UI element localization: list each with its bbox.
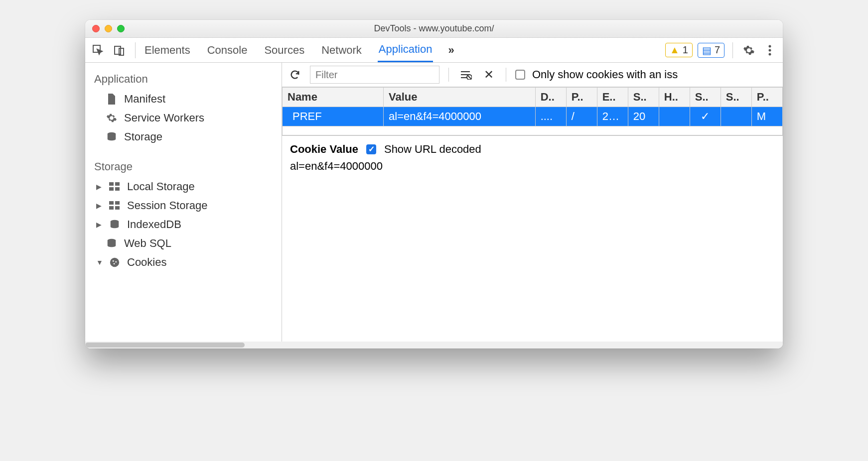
col-size[interactable]: S.. xyxy=(628,88,659,107)
gear-icon xyxy=(105,113,118,123)
warnings-badge[interactable]: ▲ 1 xyxy=(665,43,693,57)
sidebar-section-application: Application xyxy=(85,69,282,90)
cookie-details: Cookie Value Show URL decoded al=en&f4=4… xyxy=(282,136,783,180)
tab-elements[interactable]: Elements xyxy=(144,39,191,62)
close-window-button[interactable] xyxy=(92,25,100,32)
cell-path: / xyxy=(566,107,597,126)
tab-console[interactable]: Console xyxy=(206,39,249,62)
sidebar-item-websql[interactable]: Web SQL xyxy=(85,234,282,253)
chevron-right-icon: ▶ xyxy=(96,221,102,229)
only-issues-checkbox[interactable] xyxy=(515,70,525,80)
sidebar-item-label: Session Storage xyxy=(127,199,207,212)
col-path[interactable]: P.. xyxy=(566,88,597,107)
separator xyxy=(135,42,136,58)
sidebar-item-label: Web SQL xyxy=(124,237,171,250)
messages-badge[interactable]: ▤ 7 xyxy=(698,43,724,58)
svg-rect-9 xyxy=(109,187,114,191)
message-icon: ▤ xyxy=(702,44,712,56)
window-title: DevTools - www.youtube.com/ xyxy=(374,23,494,34)
filter-input[interactable] xyxy=(310,66,439,84)
more-tabs-button[interactable]: » xyxy=(448,44,454,57)
traffic-lights xyxy=(92,25,125,32)
scrollbar-thumb[interactable] xyxy=(85,343,245,347)
cell-priority: M xyxy=(751,107,782,126)
cell-size: 20 xyxy=(628,107,659,126)
more-options-icon[interactable] xyxy=(762,42,778,58)
cell-name: PREF xyxy=(283,107,384,126)
svg-rect-8 xyxy=(115,182,120,186)
only-issues-label: Only show cookies with an iss xyxy=(532,68,678,81)
sidebar-item-label: Manifest xyxy=(124,93,165,106)
minimize-window-button[interactable] xyxy=(105,25,112,32)
delete-button[interactable]: ✕ xyxy=(481,67,497,83)
url-decode-checkbox[interactable] xyxy=(366,144,376,154)
sidebar-item-cookies[interactable]: ▼ Cookies xyxy=(85,253,282,272)
panel-tabs: Elements Console Sources Network Applica… xyxy=(144,38,660,62)
fullscreen-window-button[interactable] xyxy=(117,25,125,32)
database-icon xyxy=(105,131,118,142)
svg-point-4 xyxy=(769,49,771,51)
warning-icon: ▲ xyxy=(670,44,680,56)
separator xyxy=(732,42,733,58)
titlebar: DevTools - www.youtube.com/ xyxy=(85,20,783,38)
clear-all-button[interactable] xyxy=(458,67,474,83)
table-icon xyxy=(108,182,121,191)
svg-rect-13 xyxy=(109,206,114,210)
cookie-toolbar: ✕ Only show cookies with an iss xyxy=(282,63,783,87)
sidebar-section-storage: Storage xyxy=(85,156,282,177)
col-secure[interactable]: S.. xyxy=(690,88,721,107)
table-icon xyxy=(108,201,121,210)
svg-rect-7 xyxy=(109,182,114,186)
col-httponly[interactable]: H.. xyxy=(659,88,690,107)
devtools-window: DevTools - www.youtube.com/ Elements Con… xyxy=(85,20,783,348)
sidebar-item-service-workers[interactable]: Service Workers xyxy=(85,109,282,127)
cell-domain: .... xyxy=(535,107,566,126)
cell-secure: ✓ xyxy=(690,107,721,126)
col-domain[interactable]: D.. xyxy=(535,88,566,107)
main-toolbar: Elements Console Sources Network Applica… xyxy=(85,38,783,63)
horizontal-scrollbar[interactable] xyxy=(85,342,783,348)
database-icon xyxy=(105,238,118,249)
chevron-down-icon: ▼ xyxy=(96,258,102,266)
database-icon xyxy=(108,219,121,230)
col-samesite[interactable]: S.. xyxy=(721,88,751,107)
tab-application[interactable]: Application xyxy=(378,38,434,62)
svg-point-17 xyxy=(110,258,119,267)
svg-point-3 xyxy=(769,45,771,47)
device-toggle-icon[interactable] xyxy=(111,42,127,58)
content-area: Application Manifest Service Workers Sto… xyxy=(85,63,783,342)
inspect-element-icon[interactable] xyxy=(90,42,106,58)
cookie-icon xyxy=(108,257,121,268)
cookies-table: Name Value D.. P.. E.. S.. H.. S.. S.. P… xyxy=(282,87,783,136)
col-value[interactable]: Value xyxy=(384,88,536,107)
cookie-value-label: Cookie Value xyxy=(290,143,358,156)
sidebar-item-storage[interactable]: Storage xyxy=(85,127,282,146)
separator xyxy=(448,68,449,82)
sidebar-item-label: IndexedDB xyxy=(127,218,181,231)
col-name[interactable]: Name xyxy=(283,88,384,107)
tab-network[interactable]: Network xyxy=(320,39,363,62)
cell-http xyxy=(659,107,690,126)
sidebar-item-session-storage[interactable]: ▶ Session Storage xyxy=(85,196,282,215)
cell-value: al=en&f4=4000000 xyxy=(384,107,536,126)
sidebar-item-label: Cookies xyxy=(127,256,166,269)
document-icon xyxy=(105,93,118,105)
separator xyxy=(506,68,506,82)
application-sidebar: Application Manifest Service Workers Sto… xyxy=(85,63,282,342)
chevron-right-icon: ▶ xyxy=(96,183,102,191)
chevron-right-icon: ▶ xyxy=(96,202,102,210)
col-priority[interactable]: P.. xyxy=(751,88,782,107)
svg-point-19 xyxy=(115,261,117,263)
table-row[interactable]: PREF al=en&f4=4000000 .... / 2… 20 ✓ M xyxy=(283,107,783,126)
sidebar-item-local-storage[interactable]: ▶ Local Storage xyxy=(85,177,282,196)
sidebar-item-manifest[interactable]: Manifest xyxy=(85,90,282,109)
tab-sources[interactable]: Sources xyxy=(263,39,305,62)
message-count: 7 xyxy=(715,44,720,56)
settings-icon[interactable] xyxy=(741,42,757,58)
sidebar-item-label: Storage xyxy=(124,130,162,143)
sidebar-item-label: Service Workers xyxy=(124,112,204,124)
refresh-button[interactable] xyxy=(287,67,303,83)
main-panel: ✕ Only show cookies with an iss Name Val… xyxy=(282,63,783,342)
sidebar-item-indexeddb[interactable]: ▶ IndexedDB xyxy=(85,215,282,234)
col-expires[interactable]: E.. xyxy=(597,88,628,107)
